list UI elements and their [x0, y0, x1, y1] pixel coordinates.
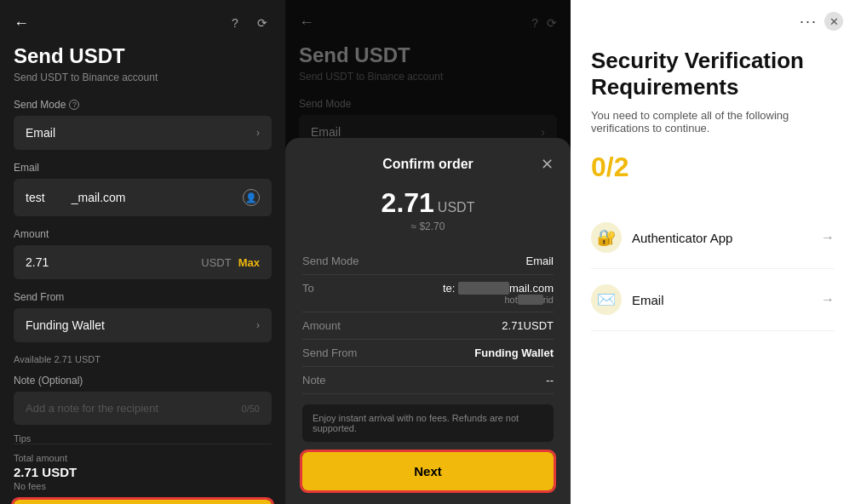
bottom-bar: Total amount 2.71 USDT No fees Send [14, 444, 272, 504]
modal-title: Confirm order [323, 157, 533, 172]
modal-row-to: To te: mail.com hot rid [302, 275, 554, 312]
next-button[interactable]: Next [302, 452, 554, 490]
modal-row-send-mode: Send Mode Email [302, 248, 554, 275]
amount-unit: USDT [201, 256, 231, 269]
page-subtitle: Send USDT to Binance account [14, 72, 272, 83]
amount-input[interactable] [26, 255, 194, 269]
amount-label: Amount [14, 228, 272, 240]
help-icon[interactable]: ? [226, 14, 244, 32]
authenticator-icon: 🔐 [591, 222, 622, 253]
tips-section: Tips [14, 433, 272, 444]
refresh-icon[interactable]: ⟳ [253, 14, 272, 32]
panel1-topbar: ← ? ⟳ [14, 14, 272, 32]
email-input[interactable] [26, 191, 243, 204]
max-button[interactable]: Max [238, 256, 260, 269]
amount-field-wrap: USDT Max [14, 245, 272, 279]
panel-send-usdt-1: ← ? ⟳ Send USDT Send USDT to Binance acc… [0, 0, 285, 504]
modal-amount: 2.71USDT [302, 187, 554, 219]
modal-row-amount: Amount 2.71USDT [302, 312, 554, 340]
security-description: You need to complete all of the followin… [591, 109, 835, 135]
email-field-wrap: 👤 [14, 179, 272, 216]
email-verify-label: Email [632, 293, 664, 307]
total-fees: No fees [14, 481, 272, 491]
security-progress: 0/2 [591, 152, 835, 183]
available-text: Available 2.71 USDT [14, 354, 272, 364]
security-title: Security Verification Requirements [591, 48, 835, 100]
modal-notice: Enjoy instant arrival with no fees. Refu… [302, 404, 554, 442]
arrow-icon-email: → [821, 292, 835, 307]
send-from-select[interactable]: Funding Wallet › [14, 308, 272, 342]
total-label: Total amount [14, 453, 272, 463]
modal-row-note: Note -- [302, 367, 554, 394]
authenticator-label: Authenticator App [632, 231, 732, 245]
total-amount: 2.71 USDT [14, 465, 272, 479]
security-content: Security Verification Requirements You n… [571, 31, 855, 331]
user-icon: 👤 [243, 189, 260, 206]
send-mode-select[interactable]: Email › [14, 116, 272, 150]
security-close-button[interactable]: ✕ [824, 12, 843, 31]
note-placeholder: Add a note for the recipient [26, 402, 158, 415]
email-label: Email [14, 162, 272, 174]
modal-overlay: Confirm order ✕ 2.71USDT ≈ $2.70 Send Mo… [285, 0, 571, 504]
note-label: Note (Optional) [14, 375, 272, 387]
note-count: 0/50 [242, 404, 260, 414]
back-button[interactable]: ← [14, 14, 29, 32]
modal-row-send-from: Send From Funding Wallet [302, 340, 554, 367]
send-button[interactable]: Send [14, 500, 272, 504]
panel-send-usdt-2: ← ? ⟳ Send USDT Send USDT to Binance acc… [285, 0, 571, 504]
info-icon: ? [69, 100, 79, 110]
more-options-button[interactable]: ··· [800, 13, 818, 31]
send-from-label: Send From [14, 291, 272, 303]
modal-amount-usd: ≈ $2.70 [302, 220, 554, 232]
security-verification-panel: ··· ✕ Security Verification Requirements… [571, 0, 855, 504]
note-field[interactable]: Add a note for the recipient 0/50 [14, 392, 272, 425]
confirm-order-modal: Confirm order ✕ 2.71USDT ≈ $2.70 Send Mo… [285, 138, 571, 504]
arrow-icon-auth: → [821, 230, 835, 245]
modal-next-wrap: Next [302, 452, 554, 490]
chevron-right-icon-2: › [256, 319, 260, 331]
security-item-authenticator[interactable]: 🔐 Authenticator App → [591, 207, 835, 269]
modal-header: Confirm order ✕ [302, 155, 554, 174]
chevron-right-icon: › [256, 127, 260, 139]
email-icon: ✉️ [591, 284, 622, 315]
page-title: Send USDT [14, 44, 272, 68]
security-item-email[interactable]: ✉️ Email → [591, 269, 835, 331]
send-mode-label: Send Mode ? [14, 99, 272, 111]
modal-close-button[interactable]: ✕ [533, 155, 554, 174]
security-topbar: ··· ✕ [571, 0, 855, 31]
